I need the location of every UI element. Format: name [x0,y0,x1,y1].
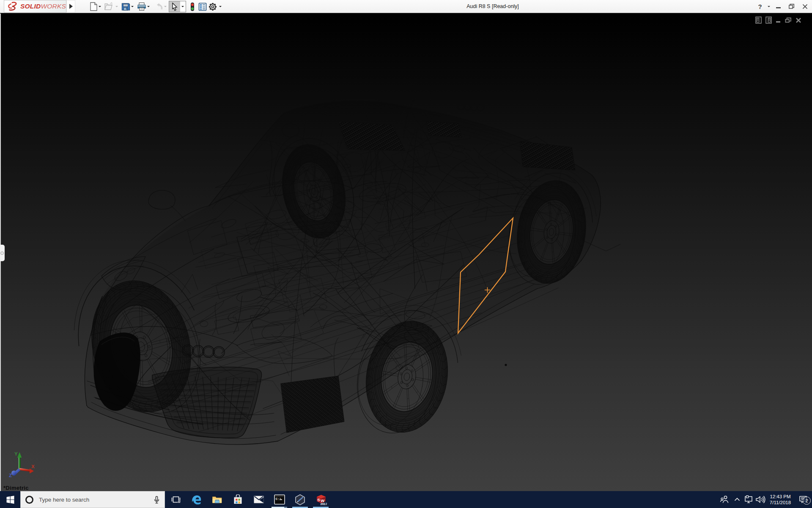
restore-icon[interactable] [789,4,794,9]
open-button[interactable] [104,1,115,12]
tray-caret-up-icon[interactable] [734,496,741,503]
undo-button[interactable] [153,1,164,12]
minimize-button[interactable] [772,0,785,13]
taskbar-solidworks-2017-button[interactable]: SW2017 [310,491,331,508]
close-icon[interactable] [802,4,808,9]
caret-down-icon [147,6,150,7]
start-windows-icon[interactable] [6,496,14,504]
help-dropdown-caret[interactable] [768,6,770,7]
solidworks-2017-icon[interactable]: SW2017 [315,494,327,505]
settings-gear-icon[interactable] [208,3,217,11]
doc-restore-button[interactable] [785,17,792,25]
menu-expand-arrow[interactable] [66,0,75,13]
triad-y-label: Y [14,451,18,456]
restore-button[interactable] [785,0,798,13]
command-prompt-icon[interactable]: C:\ [274,494,285,505]
select-dropdown-caret[interactable] [181,1,185,12]
window-title: Audi R8 S [Read-only] [466,0,519,13]
child-restore-icon[interactable] [785,17,792,24]
options-report-icon[interactable] [198,3,207,11]
select-cursor-slot[interactable] [169,1,180,12]
taskbar-mail-button[interactable] [248,491,269,508]
child-minimize-icon[interactable] [776,17,781,24]
doc-close-button[interactable] [796,17,801,25]
mail-icon[interactable] [253,495,264,504]
volume-button[interactable] [754,491,766,508]
options-report-button[interactable] [198,1,207,12]
select-cursor-icon[interactable] [171,3,178,11]
save-caret[interactable] [130,1,134,12]
taskbar-task-view-button[interactable] [165,491,186,508]
print-button[interactable] [137,1,147,12]
store-icon[interactable] [233,494,243,505]
traffic-light-button[interactable] [189,1,196,12]
car-wireframe [74,79,620,444]
file-explorer-icon[interactable] [212,495,222,504]
help-dropdown[interactable] [765,0,772,13]
pane-right-button[interactable] [765,17,772,25]
people-button[interactable] [717,491,732,508]
network-icon[interactable] [744,495,753,504]
document-window-controls [755,17,801,25]
taskbar-file-explorer-button[interactable] [207,491,228,508]
open-icon[interactable] [104,2,114,11]
doc-minimize-button[interactable] [776,17,781,25]
print-caret[interactable] [146,1,151,12]
clock[interactable]: 12:43 PM7/11/2018 [767,494,793,505]
logo-text-bold: SOLID [20,3,41,9]
save-icon[interactable] [121,2,130,11]
start-button[interactable] [0,491,20,508]
people-icon[interactable] [720,495,729,504]
logo-text-light: WORKS [41,3,66,9]
view-orientation-label: *Dimetric [3,485,29,491]
taskbar-search[interactable]: Type here to search [20,491,165,508]
taskbar-composer-hex-button[interactable] [290,491,310,508]
triad-x-label: X [31,464,35,469]
system-tray: 12:43 PM7/11/20182 [717,491,812,508]
caret-down-icon [181,6,184,7]
traffic-light-icon[interactable] [190,2,195,11]
settings-button[interactable] [208,1,217,12]
pane-left-button[interactable] [755,17,762,25]
task-view-icon[interactable] [171,495,181,504]
network-button[interactable] [743,491,754,508]
pane-right-icon[interactable] [765,17,772,24]
solidworks-logo[interactable]: SOLIDWORKS [4,0,66,13]
print-icon[interactable] [137,2,146,11]
edge-browser-icon[interactable] [191,494,202,505]
solidworks-window: SOLIDWORKSAudi R8 S [Read-only]? YXZ*Dim… [0,0,812,508]
composer-hex-icon[interactable] [294,494,306,505]
help-button[interactable]: ? [754,0,765,13]
taskbar-store-button[interactable] [228,491,248,508]
select-tool-button[interactable] [169,1,186,12]
caret-down-icon [164,6,167,7]
new-document-icon[interactable] [90,2,98,11]
undo-icon[interactable] [154,3,163,11]
minimize-icon[interactable] [776,4,781,9]
graphics-viewport[interactable]: YXZ*Dimetric [0,14,812,491]
save-button[interactable] [121,1,131,12]
microphone-icon[interactable] [154,496,160,504]
taskbar-command-prompt-button[interactable]: C:\ [269,491,290,508]
undo-caret[interactable] [163,1,167,12]
action-center-button[interactable]: 2 [794,491,812,508]
cmd-prompt-text: C:\ [275,497,282,501]
caret-down-icon [115,6,118,7]
new-document-button[interactable] [88,1,99,12]
close-button[interactable] [798,0,812,13]
clock-time: 12:43 PM [767,494,793,500]
feature-panel-tab[interactable] [0,245,5,261]
speaker-icon[interactable] [755,495,765,504]
microphone-icon[interactable] [154,496,160,506]
open-caret[interactable] [115,1,119,12]
cortana-icon [25,496,33,504]
pinned-apps: C:\SW2017 [165,491,331,508]
child-close-icon[interactable] [796,17,801,24]
new-document-caret[interactable] [98,1,102,12]
caret-down-icon [99,6,101,7]
settings-caret[interactable] [218,1,222,12]
pane-left-icon[interactable] [755,17,762,24]
triad-z-label: Z [9,473,12,478]
taskbar-edge-browser-button[interactable] [186,491,207,508]
tray-overflow-button[interactable] [732,491,743,508]
